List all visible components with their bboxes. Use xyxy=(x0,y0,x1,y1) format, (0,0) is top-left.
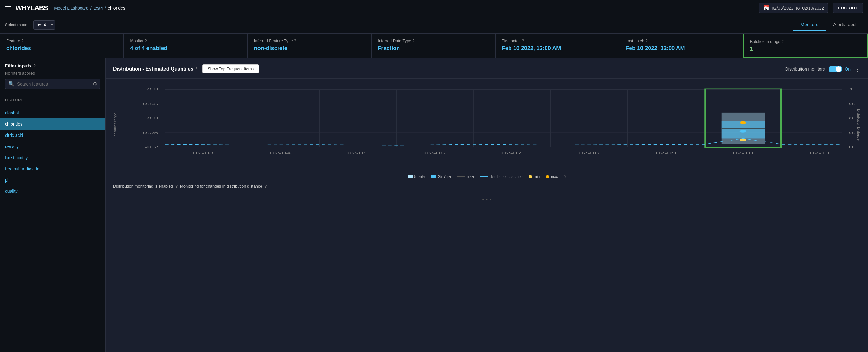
info-label-monitor: Monitor xyxy=(130,38,143,43)
hamburger-menu[interactable] xyxy=(5,6,11,10)
feature-item-density[interactable]: density xyxy=(0,141,105,152)
content-area: Distribution - Estimated Quantiles ? Sho… xyxy=(106,58,868,352)
batches-in-range-help-icon[interactable]: ? xyxy=(782,39,784,44)
legend-help-icon[interactable]: ? xyxy=(564,174,566,179)
feature-item-chlorides[interactable]: chlorides xyxy=(0,118,105,130)
nav-right: 📅 02/03/2022 to 02/10/2022 LOG OUT xyxy=(759,3,863,13)
last-batch-help-icon[interactable]: ? xyxy=(645,39,648,43)
info-label-feature: Feature xyxy=(6,38,20,43)
legend-dot-min xyxy=(529,175,532,178)
filter-help-icon[interactable]: ? xyxy=(34,64,36,68)
sub-nav: Select model: test4 Monitors Alerts feed xyxy=(0,16,868,34)
calendar-icon: 📅 xyxy=(763,5,769,11)
breadcrumb-current: chlorides xyxy=(108,6,125,10)
distribution-monitors-toggle[interactable] xyxy=(829,66,842,72)
first-batch-help-icon[interactable]: ? xyxy=(522,39,524,43)
legend-item-25-75: 25-75% xyxy=(431,174,451,179)
monitor-help-icon[interactable]: ? xyxy=(145,39,147,43)
app-logo: WHYLABS xyxy=(16,4,48,12)
svg-text:02-10: 02-10 xyxy=(733,151,753,155)
chart-title-text: Distribution - Estimated Quantiles xyxy=(113,66,193,72)
data-type-help-icon[interactable]: ? xyxy=(412,39,415,43)
feature-list: alcohol chlorides citric acid density fi… xyxy=(0,107,105,197)
tab-monitors[interactable]: Monitors xyxy=(793,19,826,31)
search-input[interactable] xyxy=(17,82,90,86)
search-icon: 🔍 xyxy=(8,81,14,87)
info-value-batches-in-range: 1 xyxy=(750,46,861,52)
feature-type-help-icon[interactable]: ? xyxy=(294,39,296,43)
model-select-wrapper: test4 xyxy=(33,20,55,30)
y-axis-label-distribution-distance: Distribution Distance xyxy=(857,109,861,141)
y-axis-label-chlorides: chlorides range xyxy=(113,113,117,136)
monitoring-changes-help-icon[interactable]: ? xyxy=(265,184,267,188)
svg-point-36 xyxy=(740,130,746,133)
date-to: 02/10/2022 xyxy=(802,6,824,10)
feature-item-ph[interactable]: pH xyxy=(0,174,105,186)
svg-text:0.5: 0.5 xyxy=(849,116,856,120)
legend-item-min: min xyxy=(529,174,540,179)
info-value-data-type: Fraction xyxy=(378,45,489,52)
date-from: 02/03/2022 xyxy=(772,6,794,10)
nav-tabs: Monitors Alerts feed xyxy=(793,19,863,31)
svg-text:-0.2: -0.2 xyxy=(145,145,159,149)
legend-label-25-75: 25-75% xyxy=(438,174,451,179)
chart-info-monitoring-enabled: Distribution monitoring is enabled xyxy=(113,184,173,188)
breadcrumb-test4[interactable]: test4 xyxy=(94,6,103,10)
feature-item-alcohol[interactable]: alcohol xyxy=(0,107,105,118)
logout-button[interactable]: LOG OUT xyxy=(833,3,863,13)
chart-svg: 0.8 0.55 0.3 0.05 -0.2 1 0.75 0.5 0.25 0 xyxy=(118,84,856,165)
more-options-dots[interactable]: • • • xyxy=(106,194,868,206)
chart-svg-wrapper: 0.8 0.55 0.3 0.05 -0.2 1 0.75 0.5 0.25 0 xyxy=(118,84,856,166)
feature-help-icon[interactable]: ? xyxy=(22,39,24,43)
svg-text:0.55: 0.55 xyxy=(143,102,158,106)
svg-text:02-11: 02-11 xyxy=(810,151,830,155)
legend-label-50: 50% xyxy=(467,174,474,179)
top-nav: WHYLABS Model Dashboard / test4 / chlori… xyxy=(0,0,868,16)
legend-item-max: max xyxy=(546,174,558,179)
feature-item-quality[interactable]: quality xyxy=(0,186,105,197)
svg-point-38 xyxy=(740,121,746,124)
legend-label-dist-distance: distribution distance xyxy=(490,174,523,179)
legend-label-min: min xyxy=(534,174,540,179)
svg-text:0: 0 xyxy=(849,145,853,149)
feature-item-free-sulfur-dioxide[interactable]: free sulfur dioxide xyxy=(0,163,105,174)
info-value-monitor: 4 of 4 enabled xyxy=(130,45,241,52)
info-bar: Feature ? chlorides Monitor ? 4 of 4 ena… xyxy=(0,34,868,58)
y-axis-label-right-wrapper: Distribution Distance xyxy=(857,84,861,166)
info-label-feature-type: Inferred Feature Type xyxy=(254,38,293,43)
info-label-first-batch: First batch xyxy=(502,38,521,43)
chart-title-help-icon[interactable]: ? xyxy=(195,67,197,71)
monitoring-enabled-help-icon[interactable]: ? xyxy=(175,184,178,188)
info-cell-batches-in-range: Batches in range ? 1 xyxy=(743,34,868,58)
distribution-monitors-label: Distribution monitors xyxy=(785,66,825,71)
tab-alerts-feed[interactable]: Alerts feed xyxy=(826,19,863,31)
legend-line-dist-distance xyxy=(480,176,488,177)
no-filters-label: No filters applied xyxy=(5,71,100,76)
legend-color-5-95 xyxy=(408,175,412,178)
filter-header: Filter inputs ? No filters applied 🔍 ⚙ xyxy=(0,58,105,94)
info-cell-feature-type: Inferred Feature Type ? non-discrete xyxy=(248,34,372,58)
svg-text:02-09: 02-09 xyxy=(656,151,676,155)
filter-icon[interactable]: ⚙ xyxy=(93,81,97,87)
more-options-icon[interactable]: ⋮ xyxy=(854,65,861,73)
main-layout: Filter inputs ? No filters applied 🔍 ⚙ F… xyxy=(0,58,868,352)
info-cell-monitor: Monitor ? 4 of 4 enabled xyxy=(124,34,247,58)
model-select[interactable]: test4 xyxy=(33,20,55,30)
breadcrumb-model-dashboard[interactable]: Model Dashboard xyxy=(54,6,89,10)
info-cell-last-batch: Last batch ? Feb 10 2022, 12:00 AM xyxy=(619,34,743,58)
svg-text:0.3: 0.3 xyxy=(147,116,158,120)
legend-color-25-75 xyxy=(431,175,436,178)
show-frequent-items-button[interactable]: Show Top Frequent Items xyxy=(203,64,259,74)
legend-item-dist-distance: distribution distance xyxy=(480,174,523,179)
svg-text:0.05: 0.05 xyxy=(143,131,158,135)
info-value-feature-type: non-discrete xyxy=(254,45,365,52)
chart-info-monitoring-changes: Monitoring for changes in distribution d… xyxy=(180,184,262,188)
svg-point-37 xyxy=(740,138,746,141)
info-cell-data-type: Inferred Data Type ? Fraction xyxy=(372,34,495,58)
info-value-last-batch: Feb 10 2022, 12:00 AM xyxy=(625,45,737,52)
feature-item-fixed-acidity[interactable]: fixed acidity xyxy=(0,152,105,163)
feature-item-citric-acid[interactable]: citric acid xyxy=(0,130,105,141)
date-range-picker[interactable]: 📅 02/03/2022 to 02/10/2022 xyxy=(759,3,828,13)
toggle-on-label: On xyxy=(845,66,850,71)
feature-section-label: Feature xyxy=(5,98,100,102)
